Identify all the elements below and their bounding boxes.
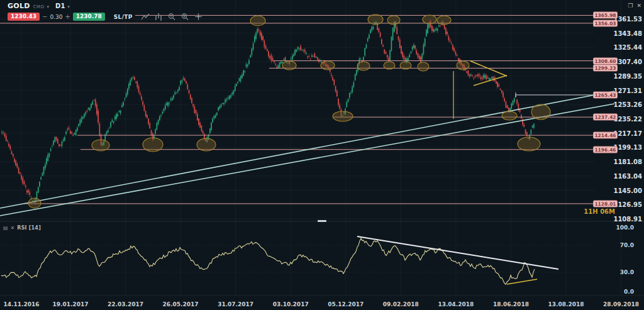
crosshair-move-icon[interactable] [194,13,203,21]
date-axis-tick: 13.04.2018 [431,301,481,307]
trendline-annotation[interactable] [470,61,507,76]
price-level-badge[interactable]: 1265.43 [593,91,618,98]
restore-window-icon[interactable]: ❐ [628,3,633,9]
ellipse-annotation[interactable] [28,198,41,208]
ellipse-annotation[interactable] [518,137,540,151]
date-axis-tick: 18.06.2018 [486,301,536,307]
spread-value: 0.30 [50,14,62,20]
price-axis-tick: 1108.91 [604,215,642,222]
rsi-panel-header: ▤ ✕ RSI [14] [3,225,41,231]
date-axis-tick: 14.11.2016 [0,301,47,307]
ellipse-annotation[interactable] [384,62,395,69]
rsi-close-icon[interactable]: ✕ [11,225,15,231]
timeframe-selector[interactable]: D1 [55,3,65,9]
price-axis-tick: 1325.44 [604,44,642,51]
sell-price-button[interactable]: 1230.43 [8,13,40,21]
candlestick-series [1,19,534,203]
price-axis-tick: 1145.00 [604,187,642,194]
ellipse-annotation[interactable] [321,61,335,70]
symbol-name[interactable]: GOLD [8,2,30,10]
date-axis-tick: 31.07.2017 [211,301,261,307]
market-code-label: CMD [33,4,45,9]
ellipse-annotation[interactable] [531,104,550,119]
symbol-dropdown-caret-icon[interactable]: ▾ [47,4,50,9]
chart-toolbar: GOLD CMD ▾ D1 ▾ 1230.43 − 0.30 + 1230.78… [8,1,205,21]
ellipse-annotation[interactable] [400,62,411,69]
ellipse-annotation[interactable] [357,62,370,70]
price-axis-tick: 1343.48 [604,30,642,36]
rsi-axis-tick: 70.0 [602,242,634,248]
price-axis-tick: 1253.26 [604,101,642,108]
timeframe-dropdown-caret-icon[interactable]: ▾ [67,4,70,9]
price-level-badge[interactable]: 1365.98 [593,12,618,19]
price-level-badge[interactable]: 1237.42 [593,114,618,121]
ellipse-annotation[interactable] [387,16,400,25]
close-chart-icon[interactable]: ✕ [636,3,641,9]
zoom-in-icon[interactable] [180,13,190,21]
date-axis-tick: 03.10.2017 [265,301,316,307]
ellipse-annotation[interactable] [457,61,469,70]
date-axis-tick: 05.12.2017 [321,301,371,307]
date-axis-tick: 09.02.2018 [375,301,426,307]
candle-countdown: 11H 06M [558,208,615,215]
price-level-badge[interactable]: 1214.46 [593,132,618,139]
ellipse-annotation[interactable] [282,61,296,70]
ellipse-annotation[interactable] [143,138,163,152]
ellipse-annotation[interactable] [92,140,109,151]
ellipse-annotation[interactable] [333,111,353,121]
trading-chart-window: GOLD CMD ▾ D1 ▾ 1230.43 − 0.30 + 1230.78… [0,0,644,310]
window-controls: ❐ ✕ [628,3,641,9]
rsi-axis-tick: 0.0 [602,289,634,295]
rsi-axis-tick: 30.0 [602,269,634,275]
price-level-badge[interactable]: 1356.03 [593,19,618,26]
date-axis-tick: 28.09.2018 [596,301,644,307]
ellipse-annotation[interactable] [250,16,265,26]
trendline-annotation[interactable] [474,75,507,86]
price-axis-tick: 1181.08 [604,158,642,165]
ellipse-annotation[interactable] [423,15,436,24]
date-axis-tick: 13.08.2018 [541,301,591,307]
zoom-out-icon[interactable] [167,13,177,21]
price-axis-tick: 1163.04 [604,172,642,179]
rsi-indicator-label: RSI [14] [17,225,41,231]
date-axis-tick: 22.03.2017 [101,301,151,307]
buy-price-button[interactable]: 1230.78 [73,13,105,21]
date-axis-tick: 26.05.2017 [155,301,206,307]
rsi-trendline-annotation[interactable] [507,279,537,284]
spread-minus-button[interactable]: − [42,13,47,20]
price-level-badge[interactable]: 1308.60 [593,57,618,64]
price-level-badge[interactable]: 1299.23 [593,65,618,72]
spread-plus-button[interactable]: + [65,13,70,20]
ellipse-annotation[interactable] [437,16,451,25]
ellipse-annotation[interactable] [502,111,517,120]
date-axis-tick: 19.01.2017 [45,301,96,307]
trendline-tool-icon[interactable] [141,13,150,21]
chart-canvas[interactable] [0,0,644,310]
panel-resize-handle[interactable] [318,220,326,222]
ellipse-annotation[interactable] [368,14,383,25]
price-level-badge[interactable]: 1196.46 [593,146,618,153]
rsi-settings-icon[interactable]: ▤ [3,225,8,231]
price-axis-tick: 1289.35 [604,72,642,79]
price-level-badge[interactable]: 1128.01 [593,200,618,207]
ellipse-annotation[interactable] [418,62,429,71]
ellipse-annotation[interactable] [197,138,216,151]
rsi-trendline-annotation[interactable] [357,236,558,269]
sltp-button[interactable]: SL/TP [114,14,133,20]
trendline-annotation[interactable] [0,104,614,216]
indicator-tool-icon[interactable] [154,13,164,21]
rsi-axis-tick: 100.0 [602,224,634,231]
